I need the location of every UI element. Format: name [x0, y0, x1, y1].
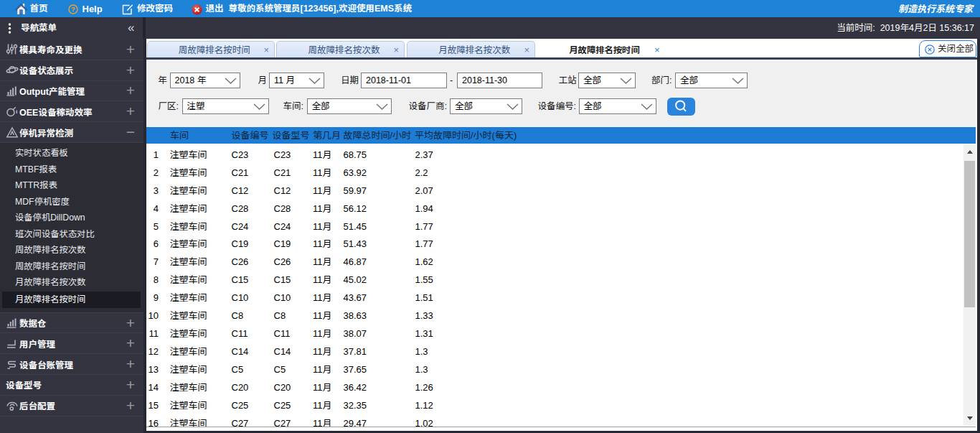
svg-text:?: ? — [71, 5, 75, 13]
